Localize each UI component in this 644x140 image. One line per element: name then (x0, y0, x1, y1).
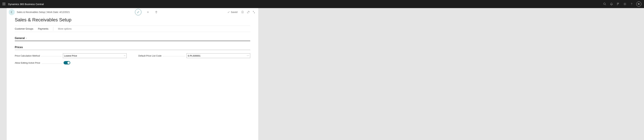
right-gutter (258, 8, 644, 140)
saved-label: Saved (231, 11, 238, 14)
label-allow-editing: Allow Editing Active Price (15, 61, 40, 64)
toggle-allow-editing[interactable] (64, 61, 70, 64)
svg-point-9 (604, 3, 606, 5)
user-avatar[interactable]: IK (636, 2, 641, 7)
input-default-price-list-wrap: ··· (186, 53, 250, 58)
breadcrumb: Sales & Receivables Setup | Work Date: 4… (17, 11, 70, 14)
settings-icon[interactable] (622, 0, 628, 8)
tab-customer-groups[interactable]: Customer Groups (15, 27, 33, 30)
top-bar: Dynamics 365 Business Central IK (0, 0, 644, 8)
user-initials: IK (638, 3, 640, 5)
svg-rect-2 (5, 3, 5, 3)
edit-icon[interactable] (135, 9, 142, 15)
popout-icon[interactable] (246, 11, 250, 14)
header-actions (135, 9, 158, 15)
search-icon[interactable] (602, 0, 608, 8)
label-default-price-list: Default Price List Code (138, 54, 162, 57)
help-icon[interactable] (628, 0, 635, 8)
field-default-price-list: Default Price List Code ··· (138, 53, 250, 58)
svg-rect-3 (3, 4, 3, 4)
dots (41, 55, 62, 56)
bookmark-icon[interactable] (241, 11, 244, 14)
new-icon[interactable] (146, 10, 150, 14)
select-price-calc-method-wrap: Lowest Price (63, 53, 126, 58)
svg-rect-7 (4, 5, 4, 5)
lookup-icon[interactable]: ··· (247, 54, 249, 57)
back-button[interactable] (9, 9, 15, 15)
page-right-icons (241, 11, 256, 14)
svg-line-10 (605, 5, 606, 5)
svg-point-11 (624, 4, 625, 4)
svg-rect-6 (3, 5, 3, 5)
section-prices-label: Prices (15, 46, 23, 49)
collapse-icon[interactable] (252, 11, 256, 14)
svg-rect-0 (3, 3, 3, 3)
page-header-row: Sales & Receivables Setup | Work Date: 4… (7, 8, 258, 16)
svg-rect-1 (4, 3, 4, 3)
svg-rect-4 (4, 4, 4, 4)
delete-icon[interactable] (154, 10, 158, 14)
app-title: Dynamics 365 Business Central (8, 3, 44, 6)
notifications-icon[interactable] (608, 0, 615, 8)
section-prices[interactable]: Prices (15, 46, 250, 50)
more-options[interactable]: More options (58, 27, 72, 30)
page-title: Sales & Receivables Setup (15, 17, 250, 23)
app-launcher-icon[interactable] (1, 1, 7, 7)
chevron-right-icon (26, 37, 27, 39)
dots (163, 55, 185, 56)
content: Sales & Receivables Setup Customer Group… (7, 16, 258, 71)
left-gutter (0, 8, 7, 140)
page: Sales & Receivables Setup | Work Date: 4… (7, 8, 258, 140)
label-price-calc-method: Price Calculation Method (15, 54, 40, 57)
svg-rect-8 (5, 5, 5, 5)
saved-indicator: Saved (228, 11, 238, 14)
tab-payments[interactable]: Payments (38, 27, 48, 30)
dots (42, 62, 62, 64)
toggle-knob (68, 61, 70, 64)
section-general[interactable]: General (15, 37, 250, 41)
field-allow-editing: Allow Editing Active Price (15, 61, 126, 64)
svg-rect-5 (5, 4, 5, 4)
field-price-calc-method: Price Calculation Method Lowest Price (15, 53, 126, 58)
action-tabs: Customer Groups Payments More options (15, 26, 250, 32)
flag-icon[interactable] (615, 0, 622, 8)
select-price-calc-method[interactable]: Lowest Price (63, 53, 126, 58)
input-default-price-list[interactable] (186, 53, 250, 58)
section-general-label: General (15, 37, 25, 40)
prices-form: Price Calculation Method Lowest Price De… (15, 53, 250, 64)
